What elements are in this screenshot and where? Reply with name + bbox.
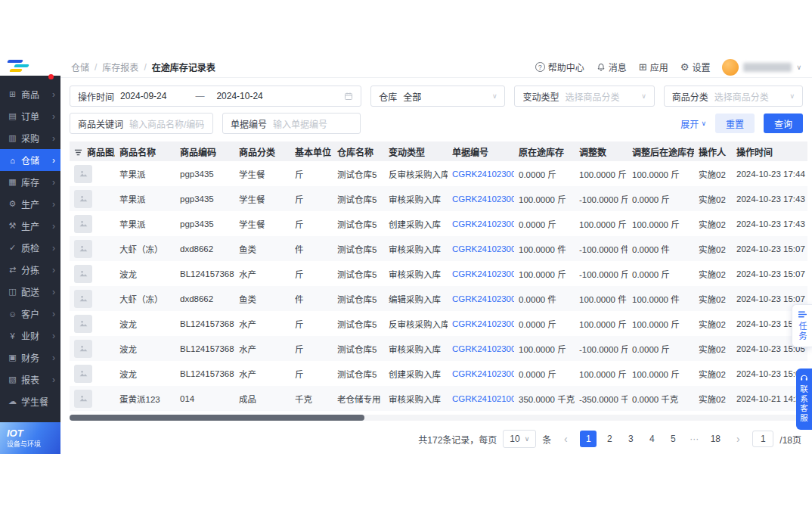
user-name-blurred (743, 63, 792, 72)
breadcrumb-item[interactable]: 库存报表 (102, 61, 138, 73)
document-number-link[interactable]: CGRK24102300002 (448, 161, 514, 186)
page-button[interactable]: 3 (622, 431, 639, 447)
page-button[interactable]: 18 (707, 431, 724, 447)
sidebar-item-商品[interactable]: ⊞商品› (0, 83, 60, 105)
table-cell: 0.0000 斤 (628, 336, 694, 361)
next-page-button[interactable]: › (730, 431, 746, 447)
product-image-placeholder (74, 390, 92, 408)
warehouse-select[interactable]: 仓库 全部 ∨ (370, 86, 505, 107)
sidebar-item-配送[interactable]: ◫配送› (0, 281, 60, 303)
sidebar-item-label: 配送 (21, 285, 39, 298)
product-image-placeholder (74, 340, 92, 358)
page-size-select[interactable]: 10 ∨ (503, 430, 536, 448)
table-cell: 0.0000 斤 (514, 361, 575, 386)
page-button[interactable]: 2 (601, 431, 618, 447)
expand-filters-link[interactable]: 展开 ∨ (680, 117, 706, 130)
product-image-placeholder (74, 265, 92, 283)
date-range-picker[interactable]: 操作时间 2024-09-24 — 2024-10-24 (70, 86, 361, 107)
help-center-link[interactable]: ? 帮助中心 (535, 61, 584, 73)
table-body: 苹果派pgp3435学生餐斤测试仓库5反审核采购入库CGRK2410230000… (70, 161, 807, 411)
sidebar-footer-iot[interactable]: IOT 设备与环境 (0, 422, 60, 454)
page-button[interactable]: 5 (665, 431, 681, 447)
chevron-right-icon: › (52, 266, 55, 275)
document-number-link[interactable]: CGRK24102100002 (448, 386, 514, 411)
reset-button[interactable]: 重置 (715, 114, 755, 133)
search-button[interactable]: 查询 (764, 114, 803, 133)
product-image-cell (70, 286, 115, 311)
table-cell: 学生餐 (234, 186, 290, 211)
sidebar-item-仓储[interactable]: ⌂仓储› (0, 149, 60, 171)
prev-page-button[interactable]: ‹ (557, 431, 574, 447)
sidebar-item-库存[interactable]: ▦库存› (0, 171, 60, 193)
contact-service-button[interactable]: 联系客服 (796, 369, 812, 430)
table-cell: 学生餐 (234, 161, 290, 186)
sidebar-item-质检[interactable]: ✓质检› (0, 237, 60, 259)
production-icon: ⚙ (8, 199, 17, 209)
document-number-link[interactable]: CGRK24102300002 (448, 186, 514, 211)
quality-icon: ✓ (8, 243, 17, 253)
category-select[interactable]: 商品分类 选择商品分类 ∨ (664, 86, 803, 107)
sidebar-item-生产[interactable]: ⚒生产› (0, 215, 60, 237)
orders-icon: ▤ (8, 111, 17, 121)
column-settings-icon[interactable] (74, 148, 82, 157)
avatar (722, 59, 739, 76)
settings-link[interactable]: ⚙ 设置 (680, 61, 711, 73)
sidebar-item-采购[interactable]: ▥采购› (0, 127, 60, 149)
sidebar-item-报表[interactable]: ▧报表› (0, 369, 60, 390)
table-cell: pgp3435 (175, 161, 234, 186)
table-cell: -100.0000 斤 (575, 261, 628, 286)
product-image-cell (70, 386, 115, 411)
table-row: 大虾（冻）dxd8662鱼类件测试仓库5审核采购入库CGRK2410230000… (70, 236, 807, 261)
page-button[interactable]: 4 (643, 431, 660, 447)
product-image-placeholder (74, 290, 92, 308)
table-cell: 100.0000 斤 (575, 361, 628, 386)
docno-placeholder: 输入单据编号 (273, 117, 327, 130)
document-number-link[interactable]: CGRK24102300001 (448, 236, 514, 261)
table-cell: 斤 (290, 161, 333, 186)
sidebar-item-财务[interactable]: ▣财务› (0, 347, 60, 369)
chevron-down-icon: ∨ (641, 92, 646, 100)
page-jump-input[interactable]: 1 (752, 431, 773, 447)
column-header: 操作人 (694, 141, 732, 161)
student-meal-icon: ☁ (8, 396, 17, 406)
table-cell: 斤 (290, 361, 333, 386)
document-number-link[interactable]: CGRK24102300002 (448, 211, 514, 236)
product-image-cell (70, 336, 115, 361)
sidebar-item-label: 报表 (21, 373, 39, 386)
sidebar-item-label: 生产 (21, 219, 39, 232)
production2-icon: ⚒ (8, 221, 17, 231)
sidebar-item-分拣[interactable]: ⇄分拣› (0, 259, 60, 281)
breadcrumb-item[interactable]: 仓储 (71, 61, 89, 73)
chevron-right-icon: › (52, 178, 55, 187)
horizontal-scrollbar[interactable] (70, 415, 803, 421)
table-row: 波龙BL124157368水产斤测试仓库5审核采购入库CGRK241023000… (70, 336, 807, 361)
document-number-input[interactable]: 单据编号 输入单据编号 (222, 113, 361, 134)
change-type-select[interactable]: 变动类型 选择商品分类 ∨ (514, 86, 654, 107)
messages-link[interactable]: 消息 (597, 61, 627, 73)
document-number-link[interactable]: CGRK24102300001 (448, 261, 514, 286)
table-row: 波龙BL124157368水产斤测试仓库5创建采购入库CGRK241023000… (70, 361, 807, 386)
document-number-link[interactable]: CGRK24102300001 (448, 361, 514, 386)
apps-link[interactable]: ⊞ 应用 (639, 61, 668, 73)
sidebar-item-客户[interactable]: ☺客户› (0, 303, 60, 325)
user-menu[interactable]: ∨ (722, 59, 801, 76)
sidebar-item-生产[interactable]: ⚙生产› (0, 193, 60, 215)
table-cell: 件 (290, 286, 333, 311)
table-cell: 件 (290, 236, 333, 261)
document-number-link[interactable]: CGRK24102300001 (448, 311, 514, 336)
sidebar-item-学生餐[interactable]: ☁学生餐 (0, 390, 60, 412)
sidebar-item-label: 业财 (21, 329, 39, 342)
sidebar-item-订单[interactable]: ▤订单› (0, 105, 60, 127)
column-header: 商品图片 (70, 141, 115, 161)
table-cell: 反审核采购入库 (384, 311, 448, 336)
table-header-row: 商品图片商品名称商品编码商品分类基本单位仓库名称变动类型单据编号原在途库存调整数… (70, 141, 807, 161)
task-panel-button[interactable]: 任务 (792, 304, 812, 347)
chevron-down-icon: ∨ (789, 92, 795, 100)
document-number-link[interactable]: CGRK24102300001 (448, 336, 514, 361)
table-cell: 0.0000 斤 (514, 161, 575, 186)
keyword-input[interactable]: 商品关键词 输入商品名称/编码 (70, 113, 213, 134)
scrollbar-thumb[interactable] (70, 415, 364, 421)
page-button[interactable]: 1 (580, 431, 597, 447)
document-number-link[interactable]: CGRK24102300001 (448, 286, 514, 311)
sidebar-item-业财[interactable]: ¥业财› (0, 325, 60, 347)
